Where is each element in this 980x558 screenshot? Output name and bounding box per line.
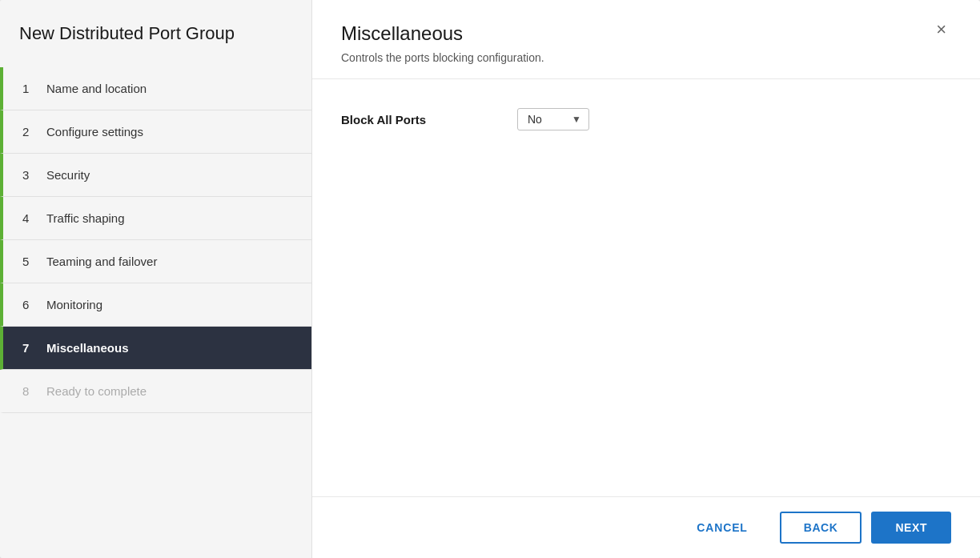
block-all-ports-label: Block All Ports: [341, 113, 517, 126]
sidebar-item-miscellaneous[interactable]: 7Miscellaneous: [0, 327, 311, 370]
sidebar-item-security[interactable]: 3Security: [0, 154, 311, 197]
block-all-ports-field: No Yes ▼: [517, 108, 589, 130]
step-number-7: 7: [22, 341, 37, 355]
block-all-ports-select[interactable]: No Yes: [517, 108, 589, 130]
main-footer: CANCEL BACK NEXT: [312, 496, 980, 558]
step-number-5: 5: [22, 255, 37, 268]
step-label-1: Name and location: [46, 82, 147, 95]
step-label-6: Monitoring: [46, 298, 102, 311]
main-header: Miscellaneous Controls the ports blockin…: [312, 0, 980, 79]
sidebar: New Distributed Port Group 1Name and loc…: [0, 0, 312, 558]
sidebar-item-teaming-and-failover[interactable]: 5Teaming and failover: [0, 240, 311, 283]
sidebar-item-ready-to-complete: 8Ready to complete: [0, 370, 311, 413]
step-number-8: 8: [22, 384, 37, 398]
dialog: New Distributed Port Group 1Name and loc…: [0, 0, 980, 558]
step-label-8: Ready to complete: [46, 384, 147, 398]
sidebar-item-traffic-shaping[interactable]: 4Traffic shaping: [0, 197, 311, 240]
main-body: Block All Ports No Yes ▼: [312, 79, 980, 496]
sidebar-item-monitoring[interactable]: 6Monitoring: [0, 283, 311, 327]
step-number-4: 4: [22, 211, 37, 225]
sidebar-item-configure-settings[interactable]: 2Configure settings: [0, 110, 311, 154]
main-panel: Miscellaneous Controls the ports blockin…: [312, 0, 980, 558]
sidebar-items: 1Name and location2Configure settings3Se…: [0, 67, 311, 559]
sidebar-title: New Distributed Port Group: [0, 0, 311, 67]
step-label-2: Configure settings: [46, 125, 143, 138]
step-number-6: 6: [22, 298, 37, 311]
close-button[interactable]: ×: [931, 19, 951, 40]
step-label-3: Security: [46, 168, 90, 182]
page-title: Miscellaneous: [341, 22, 544, 45]
step-label-5: Teaming and failover: [46, 255, 157, 268]
step-number-1: 1: [22, 82, 37, 95]
step-number-2: 2: [22, 125, 37, 138]
cancel-button[interactable]: CANCEL: [674, 513, 769, 542]
step-label-7: Miscellaneous: [46, 341, 129, 355]
page-subtitle: Controls the ports blocking configuratio…: [341, 51, 544, 64]
block-all-ports-row: Block All Ports No Yes ▼: [341, 108, 951, 130]
sidebar-item-name-and-location[interactable]: 1Name and location: [0, 67, 311, 110]
next-button[interactable]: NEXT: [871, 512, 951, 544]
back-button[interactable]: BACK: [780, 512, 862, 544]
step-number-3: 3: [22, 168, 37, 182]
step-label-4: Traffic shaping: [46, 211, 125, 225]
